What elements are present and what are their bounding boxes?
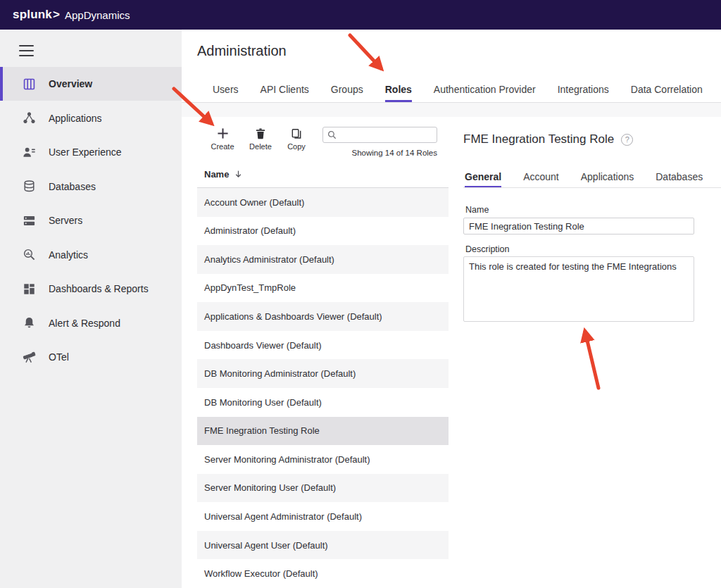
role-detail-tabs: General Account Applications Databases — [465, 166, 721, 187]
role-detail-title: FME Inegration Testing Role — [463, 132, 614, 146]
table-row[interactable]: Dashboards Viewer (Default) — [197, 331, 449, 360]
roles-table: Account Owner (Default) Administrator (D… — [197, 188, 449, 588]
table-row[interactable]: Server Monitoring User (Default) — [197, 474, 449, 503]
content-strip — [182, 103, 721, 117]
tab-groups[interactable]: Groups — [331, 77, 363, 102]
table-row[interactable]: Server Monitoring Administrator (Default… — [197, 445, 449, 474]
sidebar-item-label: Alert & Respond — [49, 318, 120, 329]
table-row[interactable]: Administrator (Default) — [197, 217, 449, 246]
table-header[interactable]: Name — [197, 161, 449, 188]
role-name-input[interactable] — [463, 218, 694, 234]
tab-roles[interactable]: Roles — [385, 77, 412, 102]
tab-general[interactable]: General — [465, 166, 501, 187]
hamburger-menu-icon[interactable] — [19, 45, 34, 56]
applications-icon — [21, 111, 37, 126]
table-row[interactable]: Workflow Executor (Default) — [197, 559, 449, 588]
main-content: Administration Users API Clients Groups … — [182, 30, 721, 588]
overview-icon — [21, 76, 37, 92]
sidebar-item-alert-respond[interactable]: Alert & Respond — [0, 306, 182, 340]
table-row[interactable]: Universal Agent Administrator (Default) — [197, 502, 449, 531]
topbar: splunk > AppDynamics — [0, 0, 721, 30]
sidebar-nav: Overview Applications User Experience Da… — [0, 67, 182, 375]
sidebar: Overview Applications User Experience Da… — [0, 30, 182, 588]
search-input[interactable] — [340, 130, 432, 140]
sidebar-item-label: Overview — [49, 78, 92, 89]
create-button[interactable]: Create — [207, 125, 238, 151]
sidebar-item-applications[interactable]: Applications — [0, 101, 182, 135]
sidebar-item-label: Servers — [49, 215, 82, 226]
sidebar-item-databases[interactable]: Databases — [0, 169, 182, 204]
dashboards-icon — [21, 281, 37, 296]
roles-count: Showing 14 of 14 Roles — [352, 149, 437, 157]
search-box[interactable] — [322, 127, 437, 143]
tab-account[interactable]: Account — [523, 166, 559, 187]
sidebar-item-label: Databases — [49, 181, 96, 192]
telescope-icon — [21, 349, 37, 365]
copy-icon — [281, 125, 312, 139]
table-row[interactable]: Applications & Dashboards Viewer (Defaul… — [197, 302, 449, 331]
sidebar-item-otel[interactable]: OTel — [0, 340, 182, 375]
tab-integrations[interactable]: Integrations — [558, 77, 609, 102]
screen: splunk > AppDynamics Overview Applicatio… — [0, 0, 721, 588]
copy-button[interactable]: Copy — [281, 125, 312, 151]
sidebar-item-overview[interactable]: Overview — [0, 67, 182, 101]
name-column-header: Name — [204, 169, 229, 180]
description-field-label: Description — [465, 244, 510, 254]
tab-applications[interactable]: Applications — [581, 166, 634, 187]
table-row-selected[interactable]: FME Inegration Testing Role — [197, 417, 449, 446]
sidebar-item-label: OTel — [49, 351, 69, 363]
tab-users[interactable]: Users — [213, 77, 239, 102]
splunk-logo: splunk — [13, 8, 52, 22]
role-description-input[interactable]: This role is created for testing the FME… — [463, 256, 694, 322]
tab-api-clients[interactable]: API Clients — [261, 77, 309, 102]
page-title: Administration — [197, 43, 287, 59]
sidebar-item-label: Analytics — [49, 249, 88, 261]
servers-icon — [21, 213, 37, 228]
tab-authentication-provider[interactable]: Authentication Provider — [434, 77, 536, 102]
sidebar-item-label: Applications — [49, 113, 102, 124]
detail-tabs-divider — [463, 187, 721, 188]
appdynamics-logo: AppDynamics — [65, 9, 130, 21]
trash-icon — [245, 125, 276, 139]
sidebar-item-analytics[interactable]: Analytics — [0, 237, 182, 272]
admin-tabs: Users API Clients Groups Roles Authentic… — [182, 77, 721, 102]
role-detail-panel: FME Inegration Testing Role ? General Ac… — [463, 117, 721, 588]
splunk-logo-chevron: > — [53, 8, 60, 22]
sidebar-item-label: Dashboards & Reports — [49, 283, 149, 294]
name-field-label: Name — [465, 205, 489, 215]
delete-button[interactable]: Delete — [245, 125, 276, 151]
sidebar-item-servers[interactable]: Servers — [0, 204, 182, 238]
tab-data-correlation[interactable]: Data Correlation — [631, 77, 703, 102]
plus-icon — [207, 125, 238, 139]
sidebar-item-label: User Experience — [49, 146, 122, 158]
user-experience-icon — [21, 144, 37, 160]
table-row[interactable]: AppDynTest_TmpRole — [197, 274, 449, 303]
tab-databases[interactable]: Databases — [656, 166, 703, 187]
table-row[interactable]: Account Owner (Default) — [197, 188, 449, 217]
roles-toolbar: Create Delete Copy — [197, 117, 449, 161]
analytics-icon — [21, 247, 37, 263]
delete-button-label: Delete — [245, 142, 276, 151]
databases-icon — [21, 179, 37, 194]
sidebar-item-user-experience[interactable]: User Experience — [0, 135, 182, 170]
create-button-label: Create — [207, 142, 238, 151]
copy-button-label: Copy — [281, 142, 312, 151]
roles-list-panel: Create Delete Copy — [197, 117, 449, 588]
sort-desc-icon[interactable] — [234, 170, 242, 178]
sidebar-item-dashboards-reports[interactable]: Dashboards & Reports — [0, 272, 182, 306]
search-icon — [327, 130, 337, 139]
table-row[interactable]: DB Monitoring Administrator (Default) — [197, 359, 449, 388]
help-icon[interactable]: ? — [621, 134, 633, 146]
table-row[interactable]: Analytics Administrator (Default) — [197, 245, 449, 274]
bell-icon — [21, 315, 37, 331]
table-row[interactable]: Universal Agent User (Default) — [197, 531, 449, 560]
table-row[interactable]: DB Monitoring User (Default) — [197, 388, 449, 417]
